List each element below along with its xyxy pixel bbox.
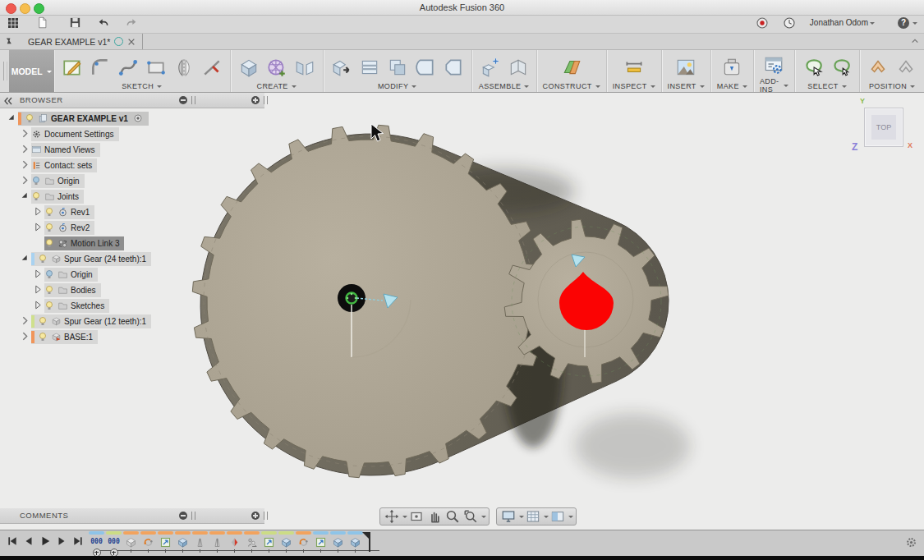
expand-arrow-icon[interactable] xyxy=(33,300,44,311)
expand-arrow-icon[interactable] xyxy=(20,175,31,186)
browser-item-row[interactable]: Bodies xyxy=(44,283,101,297)
browser-item-gear-example-v1[interactable]: GEAR EXAMPLE v1 xyxy=(7,111,151,126)
presspull-icon[interactable] xyxy=(329,55,354,80)
browser-display-toggle[interactable] xyxy=(179,96,187,104)
timeline-feature-sketch[interactable] xyxy=(312,531,329,553)
browser-item-document-settings[interactable]: Document Settings xyxy=(7,126,151,141)
viewp-icon[interactable] xyxy=(549,508,567,525)
expand-arrow-icon[interactable] xyxy=(20,159,31,171)
posA-icon[interactable] xyxy=(866,55,890,80)
timeline-feature-mirror[interactable] xyxy=(191,531,209,553)
caret-down-icon[interactable] xyxy=(544,516,549,521)
lassop-icon[interactable] xyxy=(829,55,853,80)
visibility-bulb-icon[interactable] xyxy=(44,269,55,280)
window-zoom-button[interactable] xyxy=(34,3,44,14)
caret-down-icon[interactable] xyxy=(519,516,524,521)
browser-item-row[interactable]: BASE:1 xyxy=(31,330,98,344)
coil-icon[interactable] xyxy=(264,55,289,80)
window-minimize-button[interactable] xyxy=(20,3,30,14)
collapse-toolbar-icon[interactable] xyxy=(911,37,917,44)
trim-icon[interactable] xyxy=(200,55,224,80)
browser-item-row[interactable]: Motion Link 3 xyxy=(44,236,124,250)
browser-item-sketches[interactable]: Sketches xyxy=(7,298,151,313)
expand-arrow-icon[interactable] xyxy=(20,128,31,140)
collapse-panel-icon[interactable] xyxy=(3,96,13,106)
visibility-bulb-icon[interactable] xyxy=(38,332,48,342)
browser-item-row[interactable]: Contact: sets xyxy=(31,158,97,172)
timeline-feature-group[interactable] xyxy=(243,531,260,553)
caret-down-icon[interactable] xyxy=(568,516,573,521)
addins-menu[interactable]: ADD-INS xyxy=(760,77,788,94)
collapse-arrow-icon[interactable] xyxy=(20,190,31,202)
visibility-bulb-icon[interactable] xyxy=(44,238,55,249)
comments-display-toggle[interactable] xyxy=(179,512,187,520)
mirror3d-icon[interactable] xyxy=(292,55,317,80)
modify-menu[interactable]: MODIFY xyxy=(378,82,416,90)
expand-arrow-icon[interactable] xyxy=(20,315,31,327)
browser-item-contact-sets[interactable]: Contact: sets xyxy=(7,158,151,172)
make-icon[interactable] xyxy=(719,55,744,80)
expand-arrow-icon[interactable] xyxy=(33,222,44,233)
rigid-icon[interactable] xyxy=(506,55,531,80)
browser-item-base-1[interactable]: BASE:1 xyxy=(7,329,151,344)
window-close-button[interactable] xyxy=(6,3,16,14)
step-forward-button[interactable] xyxy=(56,535,67,547)
browser-item-row[interactable]: GEAR EXAMPLE v1 xyxy=(18,112,149,126)
position-menu[interactable]: POSITION xyxy=(869,82,915,90)
rect2-icon[interactable] xyxy=(144,55,168,80)
save-icon[interactable] xyxy=(69,16,85,31)
jointn-icon[interactable] xyxy=(478,55,503,80)
viewcube[interactable]: TOP Y X Z xyxy=(864,108,903,147)
timeline-feature-joint[interactable] xyxy=(140,531,157,553)
visibility-bulb-icon[interactable] xyxy=(25,113,35,124)
display-icon[interactable] xyxy=(499,508,517,525)
image-icon[interactable] xyxy=(673,55,698,80)
timeline-feature-box[interactable] xyxy=(122,531,140,553)
timeline-feature-extrude[interactable] xyxy=(174,531,191,553)
visibility-bulb-icon[interactable] xyxy=(44,301,55,311)
caret-down-icon[interactable] xyxy=(481,516,486,521)
browser-item-spur-gear-24-teeth-1[interactable]: Spur Gear (24 teeth):1 xyxy=(7,251,151,266)
browser-grip[interactable] xyxy=(191,96,195,104)
gridl-icon[interactable] xyxy=(524,508,542,525)
spline-icon[interactable] xyxy=(116,55,140,80)
browser-item-named-views[interactable]: Named Views xyxy=(7,142,151,157)
collapse-arrow-icon[interactable] xyxy=(20,253,31,264)
browser-item-origin[interactable]: Origin xyxy=(7,267,151,282)
construct-menu[interactable]: CONSTRUCT xyxy=(543,82,600,90)
visibility-bulb-icon[interactable] xyxy=(38,316,48,327)
visibility-bulb-icon[interactable] xyxy=(38,254,48,264)
browser-item-row[interactable]: Origin xyxy=(44,268,98,282)
browser-item-row[interactable]: Named Views xyxy=(31,143,100,157)
tab-close-icon[interactable] xyxy=(127,38,136,46)
browser-item-rev1[interactable]: Rev1 xyxy=(7,204,151,219)
expand-arrow-icon[interactable] xyxy=(33,206,44,218)
timeline-feature-extrude[interactable] xyxy=(347,531,364,553)
timeline-feature-mirror[interactable] xyxy=(209,531,226,553)
workspace-selector[interactable]: MODEL xyxy=(9,50,54,92)
expand-arrow-icon[interactable] xyxy=(20,331,31,342)
caret-down-icon[interactable] xyxy=(402,516,407,521)
box-icon[interactable] xyxy=(237,55,261,80)
activate-component-radio[interactable] xyxy=(133,113,144,124)
posB-icon[interactable] xyxy=(894,55,918,80)
go-to-end-button[interactable] xyxy=(72,535,84,547)
browser-item-row[interactable]: Sketches xyxy=(44,299,109,313)
expand-arrow-icon[interactable] xyxy=(20,144,31,155)
browser-item-bodies[interactable]: Bodies xyxy=(7,282,151,297)
browser-item-row[interactable]: Document Settings xyxy=(31,127,119,141)
timeline-feature-extrude[interactable] xyxy=(278,531,295,553)
timeline-feature-num[interactable]: 000 xyxy=(105,531,122,557)
document-tab[interactable]: GEAR EXAMPLE v1* xyxy=(16,34,143,49)
user-menu[interactable]: Jonathan Odom xyxy=(810,18,875,27)
measure-icon[interactable] xyxy=(622,55,646,80)
insert-menu[interactable]: INSERT xyxy=(668,82,705,90)
lookat-icon[interactable] xyxy=(407,508,425,525)
timeline-playhead[interactable] xyxy=(369,532,370,552)
inspect-menu[interactable]: INSPECT xyxy=(613,82,655,90)
visibility-bulb-icon[interactable] xyxy=(31,176,42,186)
go-to-start-button[interactable] xyxy=(7,535,18,547)
timeline-feature-joint[interactable] xyxy=(295,531,312,553)
expand-arrow-icon[interactable] xyxy=(33,284,44,296)
comments-grip[interactable] xyxy=(191,512,195,520)
